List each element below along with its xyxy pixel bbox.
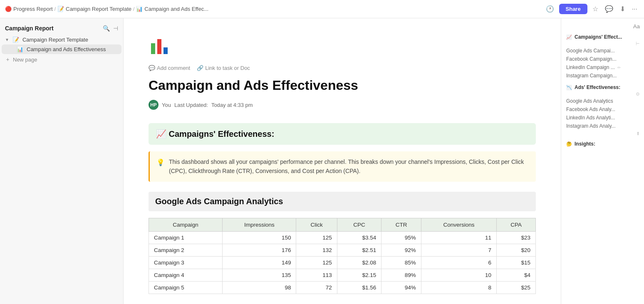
breadcrumb-progress-report[interactable]: 🔴 Progress Report	[5, 6, 53, 12]
rs-section-campaigns-effectiveness: 📈 Campaigns' Effect... ⊢ Google Ads Camp…	[561, 33, 644, 80]
link-task-doc-button[interactable]: 🔗 Link to task or Doc	[197, 65, 250, 71]
col-ctr: CTR	[381, 218, 421, 231]
rs-instagram-campaign[interactable]: Instagram Campaign...	[561, 72, 644, 80]
add-comment-button[interactable]: 💬 Add comment	[149, 65, 190, 71]
rs-google-ads-campaign-label: Google Ads Campai...	[566, 48, 615, 54]
svg-rect-2	[163, 47, 168, 54]
rs-facebook-campaign[interactable]: Facebook Campaign...	[561, 55, 644, 63]
more-icon-btn[interactable]: ···	[630, 4, 639, 15]
table-body: Campaign 1150125$3.5495%11$23Campaign 21…	[149, 231, 536, 294]
campaign-template-label: Campaign Report Template	[22, 37, 88, 43]
cell-0-1: 150	[223, 231, 296, 244]
rs-settings-icon[interactable]: ⚙	[636, 91, 640, 97]
font-size-label: Aa	[633, 23, 640, 30]
cell-4-6: $25	[497, 281, 536, 294]
rs-instagram-ads-label: Instagram Ads Analy...	[566, 123, 616, 129]
chevron-down-icon: ▼	[5, 37, 9, 42]
search-icon[interactable]: 🔍	[103, 25, 110, 32]
campaign-report-icon: 📝	[57, 6, 64, 12]
svg-rect-1	[157, 39, 161, 54]
export-icon-btn[interactable]: ⬇	[618, 3, 627, 15]
new-page-item[interactable]: ＋ New page	[0, 54, 123, 65]
cell-1-3: $2.51	[337, 244, 381, 256]
breadcrumb-campaign-report-label: Campaign Report Template	[66, 6, 131, 12]
cell-0-0: Campaign 1	[149, 231, 223, 244]
cell-3-4: 89%	[381, 269, 421, 281]
right-sidebar: Aa 📈 Campaigns' Effect... ⊢ Google Ads C…	[561, 18, 644, 304]
google-ads-table-title: Google Ads Campaign Analytics	[149, 192, 536, 211]
table-row: Campaign 4135113$2.1589%10$4	[149, 269, 536, 281]
topbar-actions: 🕐 Share ☆ 💬 ⬇ ···	[544, 3, 639, 15]
rs-facebook-ads[interactable]: Facebook Ads Analy...	[561, 105, 644, 114]
cell-1-1: 176	[223, 244, 296, 256]
sidebar-item-campaign-ads-effectiveness[interactable]: 📊 Campaign and Ads Effectiveness	[2, 44, 121, 54]
new-page-label: New page	[13, 57, 37, 63]
cell-1-5: 7	[421, 244, 496, 256]
table-row: Campaign 3149125$2.0885%6$15	[149, 256, 536, 269]
rs-insights-label: Insights:	[575, 141, 595, 147]
breadcrumb-campaign-ads[interactable]: 📊 Campaign and Ads Effec...	[136, 6, 208, 12]
col-impressions: Impressions	[223, 218, 296, 231]
cell-4-5: 8	[421, 281, 496, 294]
breadcrumb-sep-1: /	[54, 6, 56, 12]
rs-ads-effectiveness-header[interactable]: 📉 Ads' Effectiveness:	[561, 83, 644, 91]
rs-collapse-campaigns-icon[interactable]: ⊢	[636, 41, 640, 47]
comment-icon-btn[interactable]: 💬	[603, 3, 615, 15]
rs-linkedin-campaign-label: LinkedIn Campaign ...	[566, 64, 615, 70]
rs-google-ads-analytics[interactable]: Google Ads Analytics	[561, 97, 644, 105]
content-area: 💬 Add comment 🔗 Link to task or Doc Camp…	[124, 18, 561, 304]
cell-2-4: 85%	[381, 256, 421, 269]
cell-1-0: Campaign 2	[149, 244, 223, 256]
breadcrumb-progress-report-label: Progress Report	[13, 6, 53, 12]
rs-ads-effectiveness-label: Ads' Effectiveness:	[575, 84, 620, 90]
cell-0-2: 125	[296, 231, 337, 244]
last-updated-value: Today at 4:33 pm	[211, 102, 253, 108]
rs-linkedin-edit-icon: ✏	[617, 65, 621, 70]
rs-linkedin-ads[interactable]: LinkedIn Ads Analyti...	[561, 114, 644, 122]
collapse-icon[interactable]: ⊣	[113, 25, 118, 32]
callout: 💡 This dashboard shows all your campaign…	[149, 151, 536, 182]
campaign-template-icon: 📝	[12, 37, 19, 43]
table-row: Campaign 2176132$2.5192%7$20	[149, 244, 536, 256]
author-row: HP You Last Updated: Today at 4:33 pm	[149, 100, 536, 110]
share-button[interactable]: Share	[559, 4, 587, 14]
progress-report-icon: 🔴	[5, 6, 12, 12]
sidebar-item-campaign-template[interactable]: ▼ 📝 Campaign Report Template	[0, 35, 123, 44]
main-layout: Campaign Report 🔍 ⊣ ▼ 📝 Campaign Report …	[0, 18, 644, 304]
page-actions: 💬 Add comment 🔗 Link to task or Doc	[149, 65, 536, 71]
cell-3-1: 135	[223, 269, 296, 281]
rs-campaigns-label: Campaigns' Effect...	[575, 34, 622, 40]
campaign-ads-effectiveness-label: Campaign and Ads Effectiveness	[27, 46, 106, 52]
cell-4-4: 94%	[381, 281, 421, 294]
comment-icon: 💬	[149, 65, 155, 71]
breadcrumb-campaign-report[interactable]: 📝 Campaign Report Template	[57, 6, 131, 12]
breadcrumb-campaign-ads-label: Campaign and Ads Effec...	[144, 6, 208, 12]
google-ads-table: Campaign Impressions Click CPC CTR Conve…	[149, 218, 536, 294]
rs-linkedin-campaign[interactable]: LinkedIn Campaign ... ✏	[561, 63, 644, 72]
rs-ads-icon: 📉	[566, 85, 572, 90]
rs-instagram-ads[interactable]: Instagram Ads Analy...	[561, 122, 644, 130]
campaigns-effectiveness-header: 📈 Campaigns' Effectiveness:	[149, 123, 536, 145]
star-icon-btn[interactable]: ☆	[591, 3, 600, 15]
campaign-ads-icon: 📊	[136, 6, 143, 12]
rs-google-ads-campaign[interactable]: Google Ads Campai...	[561, 47, 644, 55]
avatar: HP	[149, 100, 159, 110]
plus-icon: ＋	[5, 56, 10, 63]
rs-share-icon[interactable]: ⬆	[636, 131, 640, 136]
cell-1-2: 132	[296, 244, 337, 256]
col-conversions: Conversions	[421, 218, 496, 231]
col-cpc: CPC	[337, 218, 381, 231]
cell-2-1: 149	[223, 256, 296, 269]
clock-icon-btn[interactable]: 🕐	[544, 3, 556, 15]
link-icon: 🔗	[197, 65, 203, 71]
font-size-toggle[interactable]: Aa	[561, 23, 644, 33]
cell-3-0: Campaign 4	[149, 269, 223, 281]
rs-campaigns-effectiveness-header[interactable]: 📈 Campaigns' Effect...	[561, 33, 644, 41]
rs-insights-header[interactable]: 🤔 Insights:	[561, 140, 644, 148]
table-row: Campaign 59872$1.5694%8$25	[149, 281, 536, 294]
rs-facebook-ads-label: Facebook Ads Analy...	[566, 106, 615, 112]
cell-2-5: 6	[421, 256, 496, 269]
callout-text: This dashboard shows all your campaigns'…	[169, 157, 529, 176]
sidebar-title: Campaign Report	[5, 25, 54, 32]
rs-section-insights: 🤔 Insights:	[561, 140, 644, 148]
